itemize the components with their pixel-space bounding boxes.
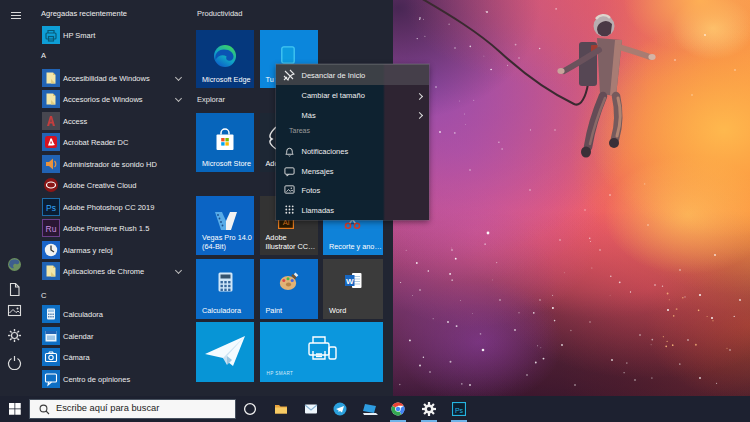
svg-text:W: W <box>346 276 354 285</box>
svg-text:Ps: Ps <box>46 202 56 212</box>
svg-text:Ru: Ru <box>46 224 57 234</box>
svg-text:Ps: Ps <box>455 406 464 413</box>
